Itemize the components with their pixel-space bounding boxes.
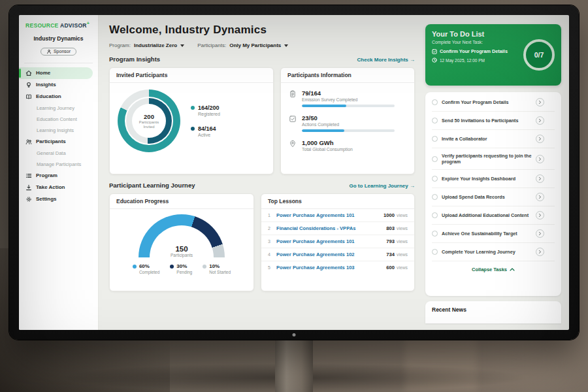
task-chevron-button[interactable] [536,174,544,183]
task-row[interactable]: Explore Your Insights Dashboard [432,169,555,188]
sidebar-item-label: Settings [36,196,57,202]
task-chevron-button[interactable] [536,211,544,220]
app-logo: RESOURCE ADVISOR+ [19,15,98,29]
sidebar-item-education[interactable]: Education [19,91,93,103]
sidebar-item-general-data[interactable]: General Data [19,148,93,159]
task-checkbox[interactable] [432,176,438,182]
todo-subtitle: Complete Your Next Task: [432,40,523,44]
lesson-views-suffix: views [397,265,408,270]
task-checkbox[interactable] [432,194,438,200]
task-row[interactable]: Send 50 Invitations to Participants [432,111,555,129]
arrow-right-icon: → [410,57,415,63]
todo-due-date: 12 May 2025, 12:00 PM [432,57,523,63]
lesson-link[interactable]: Financial Considerations - VPPAs [276,225,386,231]
sidebar-divider [24,63,93,63]
org-name: Industry Dynamics [19,35,98,42]
sidebar-item-label: Education [36,93,61,99]
task-checkbox[interactable] [432,212,438,218]
task-chevron-button[interactable] [536,98,544,106]
actions-completed-row: 23/50 Actions Completed [289,114,406,132]
task-chevron-button[interactable] [536,116,544,125]
task-label: Complete Your Learning Journey [442,249,532,255]
task-row[interactable]: Confirm Your Program Details [432,93,555,111]
lesson-link[interactable]: Power Purchase Agreements 101 [276,238,386,244]
task-row[interactable]: Verify participants requesting to join t… [432,148,555,169]
invited-donut-center: 200 Participants Invited [132,104,166,138]
task-chevron-button[interactable] [536,193,544,201]
education-gauge-chart: 150 Participants [139,214,225,257]
todo-due-date-label: 12 May 2025, 12:00 PM [440,58,485,63]
task-row[interactable]: Upload Additional Educational Content [432,206,555,224]
tasks-card: Confirm Your Program Details Send 50 Inv… [425,92,561,296]
actions-progress-fill [302,129,344,132]
sidebar-item-settings[interactable]: Settings [19,193,93,205]
program-filter-label: Program: [109,42,131,48]
task-checkbox[interactable] [432,231,438,237]
task-checkbox[interactable] [432,136,438,142]
lesson-views-suffix: views [397,252,408,257]
todo-next-task[interactable]: Confirm Your Program Details [432,48,523,54]
invited-donut-gap: 200 Participants Invited [125,97,173,145]
lesson-link[interactable]: Power Purchase Agreements 102 [276,252,386,257]
todo-card: Your To Do List Complete Your Next Task:… [425,24,561,86]
chevron-down-icon [284,44,288,47]
people-icon [25,139,32,145]
clock-icon [432,57,437,63]
task-row[interactable]: Complete Your Learning Journey [432,242,555,261]
invited-card-title: Invited Participants [110,68,273,83]
sidebar-item-home[interactable]: Home [19,67,93,79]
task-label: Achieve One Sustainability Target [442,231,532,237]
sidebar-item-education-content[interactable]: Education Content [19,114,93,125]
page-title: Welcome, Industry Dynamics [109,24,415,37]
arrow-right-icon: → [410,183,415,189]
emission-progress-fill [302,105,346,107]
task-checkbox[interactable] [432,118,438,123]
completed-value: 60% [139,263,159,269]
sidebar-item-learning-journey[interactable]: Learning Journey [19,103,93,114]
task-checkbox[interactable] [432,99,438,105]
registered-legend-item: 164/200 Registered [191,105,220,116]
go-to-learning-journey-link[interactable]: Go to Learning Journey → [350,183,415,189]
education-legend: 60% Completed 30% Pending [110,263,253,274]
pending-value: 30% [176,263,192,269]
sidebar-item-participants[interactable]: Participants [19,136,93,148]
lesson-rank: 2 [268,226,274,231]
task-row[interactable]: Upload Spend Data Records [432,188,555,206]
check-more-insights-link[interactable]: Check More Insights → [357,57,415,63]
task-chevron-button[interactable] [536,229,544,238]
task-chevron-button[interactable] [536,155,544,163]
lesson-link[interactable]: Power Purchase Agreements 103 [276,265,386,270]
participants-select[interactable]: Only My Participants [229,42,288,48]
task-row[interactable]: Achieve One Sustainability Target [432,224,555,242]
sidebar-item-insights[interactable]: Insights [19,79,93,91]
task-label: Verify participants requesting to join t… [442,153,532,165]
task-label: Upload Spend Data Records [442,194,532,200]
lesson-views: 600 [386,265,395,270]
registered-legend-dot [191,106,195,110]
lesson-link[interactable]: Power Purchase Agreements 101 [276,212,384,218]
sidebar-item-take-action[interactable]: Take Action [19,182,93,193]
check-square-icon [289,115,297,123]
task-label: Confirm Your Program Details [442,99,532,105]
invited-legend: 164/200 Registered 84/164 Active [191,105,220,137]
program-select[interactable]: Industrialize Zero [134,42,184,48]
collapse-tasks-button[interactable]: Collapse Tasks [432,261,555,276]
sidebar-item-program[interactable]: Program [19,170,93,182]
registered-label: Registered [198,112,220,116]
task-checkbox[interactable] [432,156,438,162]
task-label: Upload Additional Educational Content [442,212,532,218]
logo-secondary: ADVISOR [60,22,87,29]
active-value: 84/164 [198,125,216,132]
task-checkbox[interactable] [432,249,438,255]
task-chevron-button[interactable] [536,135,544,143]
sidebar-item-learning-insights[interactable]: Learning Insights [19,125,93,136]
link-label: Go to Learning Journey [350,183,408,189]
lesson-rank: 5 [268,265,274,270]
home-icon [25,70,32,76]
task-label: Send 50 Invitations to Participants [442,118,532,123]
task-chevron-button[interactable] [536,248,544,256]
not-started-value: 10% [209,263,231,269]
check-icon [432,49,437,54]
sidebar-item-manage-participants[interactable]: Manage Participants [19,159,93,170]
task-row[interactable]: Invite a Collaborator [432,129,555,148]
